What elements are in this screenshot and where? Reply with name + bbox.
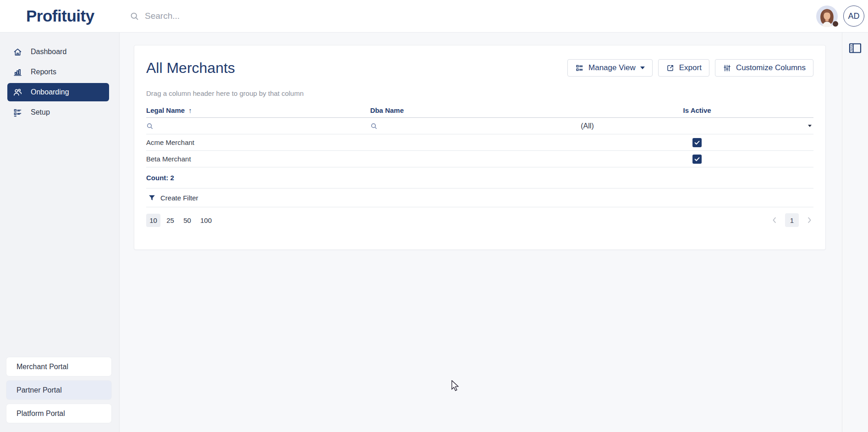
page-size-100[interactable]: 100 xyxy=(197,214,215,227)
page-title: All Merchants xyxy=(146,60,235,77)
pager: 10 25 50 100 1 xyxy=(146,207,813,227)
sliders-icon xyxy=(723,64,731,72)
portal-links: Merchant Portal Partner Portal Platform … xyxy=(0,357,119,432)
sidebar-item-onboarding[interactable]: Onboarding xyxy=(7,83,109,101)
grid-filter-row: (All) xyxy=(146,118,813,134)
column-header-legal-name[interactable]: Legal Name↑ xyxy=(146,106,370,114)
search-icon xyxy=(370,122,378,130)
column-header-dba-name[interactable]: Dba Name xyxy=(370,106,581,114)
search-icon xyxy=(130,11,139,21)
sort-ascending-icon: ↑ xyxy=(188,106,192,114)
merchants-card: All Merchants Manage View xyxy=(134,45,826,250)
main-content: All Merchants Manage View xyxy=(120,33,842,432)
top-header: Profituity AD xyxy=(0,0,868,33)
sidebar: Dashboard Reports xyxy=(0,33,120,432)
legal-name-cell: Beta Merchant xyxy=(146,155,370,163)
merchants-grid: Legal Name↑ Dba Name Is Active xyxy=(146,103,813,227)
is-active-filter-value: (All) xyxy=(581,122,593,130)
export-label: Export xyxy=(679,63,702,72)
sidebar-item-label: Dashboard xyxy=(31,48,66,56)
sidebar-item-label: Setup xyxy=(31,108,50,116)
chevron-down-icon xyxy=(808,125,812,127)
list-icon xyxy=(13,108,22,117)
bar-chart-icon xyxy=(13,67,22,77)
chevron-down-icon xyxy=(640,66,645,69)
chevron-left-icon[interactable] xyxy=(770,216,779,224)
row-count: Count: 2 xyxy=(146,174,174,182)
manage-view-button[interactable]: Manage View xyxy=(567,59,653,77)
merchant-portal-button[interactable]: Merchant Portal xyxy=(6,357,111,376)
table-row[interactable]: Beta Merchant xyxy=(146,151,813,167)
page-size-25[interactable]: 25 xyxy=(163,214,177,227)
create-filter-button[interactable]: Create Filter xyxy=(146,188,813,207)
right-rail xyxy=(842,33,868,432)
export-icon xyxy=(666,64,675,72)
table-row[interactable]: Acme Merchant xyxy=(146,134,813,151)
search-input[interactable] xyxy=(145,11,374,21)
page-size-selector: 10 25 50 100 xyxy=(146,214,215,227)
search-icon xyxy=(146,122,154,130)
partner-portal-button[interactable]: Partner Portal xyxy=(6,381,111,399)
group-panel-hint[interactable]: Drag a column header here to group by th… xyxy=(146,89,813,97)
legal-name-cell: Acme Merchant xyxy=(146,138,370,146)
account-avatar[interactable]: AD xyxy=(843,6,864,27)
grid-header-row: Legal Name↑ Dba Name Is Active xyxy=(146,103,813,118)
column-header-is-active[interactable]: Is Active xyxy=(683,106,711,114)
current-page-button[interactable]: 1 xyxy=(785,213,799,227)
legal-name-filter-input[interactable] xyxy=(146,122,370,130)
is-active-checkbox[interactable] xyxy=(692,155,702,164)
header-avatars: AD xyxy=(816,6,868,27)
home-icon xyxy=(13,47,22,57)
export-button[interactable]: Export xyxy=(658,59,709,77)
manage-view-icon xyxy=(575,64,584,72)
page-size-50[interactable]: 50 xyxy=(180,214,194,227)
is-active-filter-select[interactable]: (All) xyxy=(581,122,813,130)
sidebar-item-setup[interactable]: Setup xyxy=(7,103,109,122)
platform-portal-button[interactable]: Platform Portal xyxy=(6,404,111,423)
sidebar-item-label: Onboarding xyxy=(31,88,69,96)
page-size-10[interactable]: 10 xyxy=(146,214,160,227)
chevron-right-icon[interactable] xyxy=(805,216,813,224)
sidebar-item-dashboard[interactable]: Dashboard xyxy=(7,43,109,61)
toolbar: Manage View Export xyxy=(567,59,813,77)
page-navigation: 1 xyxy=(770,213,813,227)
create-filter-label: Create Filter xyxy=(160,194,198,202)
customize-columns-label: Customize Columns xyxy=(736,63,806,72)
grid-summary-row: Count: 2 xyxy=(146,167,813,188)
sidebar-nav: Dashboard Reports xyxy=(0,33,119,122)
sidebar-item-reports[interactable]: Reports xyxy=(7,63,109,81)
manage-view-label: Manage View xyxy=(588,63,636,72)
global-search xyxy=(130,11,816,21)
user-avatar[interactable] xyxy=(816,6,838,27)
users-icon xyxy=(13,88,22,97)
dba-name-filter-input[interactable] xyxy=(370,122,581,130)
panel-toggle-icon[interactable] xyxy=(849,43,862,432)
customize-columns-button[interactable]: Customize Columns xyxy=(715,59,813,77)
sidebar-item-label: Reports xyxy=(31,68,56,76)
app-logo: Profituity xyxy=(0,7,120,25)
is-active-checkbox[interactable] xyxy=(692,138,702,147)
filter-icon xyxy=(148,194,156,202)
status-dot xyxy=(833,21,838,27)
